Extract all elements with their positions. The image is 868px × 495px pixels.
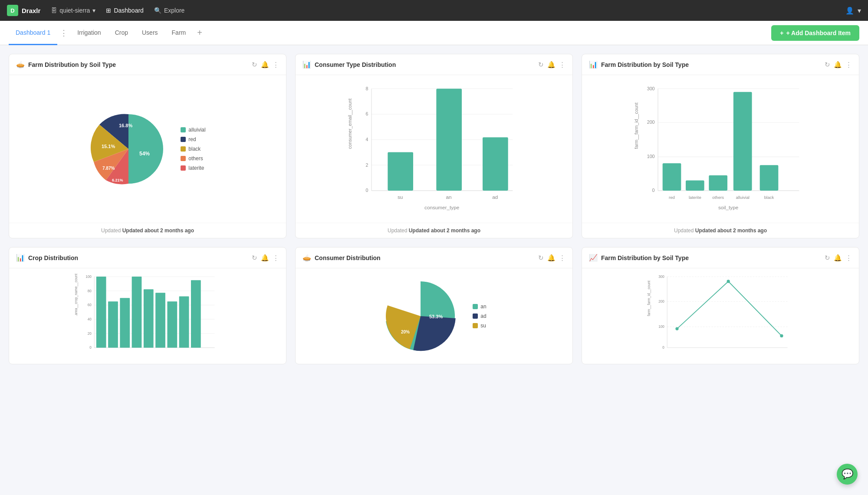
svg-text:0: 0 — [89, 346, 92, 350]
search-icon: 🔍 — [154, 7, 161, 14]
pie-chart-1: 54% 16.8% 15.1% 7.87% 6.21% alluivial re… — [16, 82, 279, 216]
svg-rect-34 — [686, 181, 704, 191]
bell-icon[interactable]: 🔔 — [261, 61, 269, 69]
widget-body-5: 53.3% 26.7% 20% an ad su — [296, 268, 572, 364]
bar-chart-icon-4: 📊 — [16, 254, 25, 262]
widget-footer-1: Updated Updated about 2 months ago — [9, 223, 286, 238]
bar-chart-svg-4: .area__crop_name__count 0 20 40 60 80 10… — [16, 273, 279, 360]
widget-body-2: consumer_email__count 0 2 4 6 8 — [296, 75, 572, 223]
tab-add-button[interactable]: + — [193, 28, 207, 38]
svg-text:alluivial: alluivial — [736, 195, 749, 200]
legend-laterite: laterite — [181, 165, 205, 171]
svg-rect-61 — [120, 298, 130, 348]
svg-text:300: 300 — [647, 86, 655, 91]
svg-text:100: 100 — [85, 275, 92, 279]
svg-text:20: 20 — [88, 332, 92, 336]
svg-rect-67 — [191, 280, 201, 347]
refresh-icon-3[interactable]: ↻ — [825, 61, 830, 69]
tab-dashboard1[interactable]: Dashboard 1 — [9, 21, 57, 45]
svg-rect-37 — [760, 165, 779, 191]
widget-body-3: farm__farm_id__count 0 100 200 300 — [582, 75, 859, 223]
pie-chart-5: 53.3% 26.7% 20% an ad su — [302, 275, 566, 357]
svg-text:200: 200 — [647, 119, 655, 125]
bell-icon-4[interactable]: 🔔 — [261, 254, 269, 262]
svg-text:0: 0 — [662, 346, 664, 350]
bell-icon-3[interactable]: 🔔 — [834, 61, 842, 69]
svg-text:2: 2 — [366, 162, 368, 168]
more-options-icon-4[interactable]: ⋮ — [273, 254, 279, 262]
svg-point-82 — [727, 280, 730, 283]
svg-text:laterite: laterite — [689, 195, 701, 200]
legend-an: an — [473, 304, 486, 310]
line-chart-icon-6: 📈 — [589, 254, 598, 262]
tab-irrigation[interactable]: Irrigation — [70, 21, 108, 45]
bar-su — [388, 152, 413, 191]
svg-rect-59 — [96, 277, 106, 348]
bar-chart-svg-2: consumer_email__count 0 2 4 6 8 — [302, 79, 566, 218]
refresh-icon-5[interactable]: ↻ — [538, 254, 544, 262]
legend-others: others — [181, 155, 205, 162]
widget-body-1: 54% 16.8% 15.1% 7.87% 6.21% alluivial re… — [9, 75, 286, 223]
more-options-icon[interactable]: ⋮ — [273, 61, 279, 69]
nav-explore[interactable]: 🔍 Explore — [154, 7, 184, 14]
svg-text:200: 200 — [658, 300, 664, 304]
bell-icon-6[interactable]: 🔔 — [834, 254, 842, 262]
svg-text:consumer_type: consumer_type — [424, 205, 459, 210]
pie-svg-5: 53.3% 26.7% 20% — [381, 277, 460, 355]
widget-crop-distribution: 📊 Crop Distribution ↻ 🔔 ⋮ .area__crop_na… — [9, 247, 286, 364]
refresh-icon-6[interactable]: ↻ — [825, 254, 830, 262]
logo-icon: D — [7, 5, 18, 16]
svg-rect-60 — [108, 301, 118, 347]
tab-crop[interactable]: Crop — [108, 21, 135, 45]
refresh-icon[interactable]: ↻ — [252, 61, 257, 69]
svg-text:farm__farm_id__count: farm__farm_id__count — [647, 280, 651, 316]
widget-farm-soil-bar: 📊 Farm Distribution by Soil Type ↻ 🔔 ⋮ f… — [582, 54, 859, 238]
svg-text:100: 100 — [658, 325, 664, 329]
more-options-icon-3[interactable]: ⋮ — [845, 61, 852, 69]
widget-actions-3: ↻ 🔔 ⋮ — [825, 61, 852, 69]
pie-svg-1: 54% 16.8% 15.1% 7.87% 6.21% — [89, 110, 168, 188]
svg-rect-36 — [733, 92, 752, 191]
widget-header-1: 🥧 Farm Distribution by Soil Type ↻ 🔔 ⋮ — [9, 54, 286, 75]
plus-icon: + — [780, 30, 783, 36]
bar-chart-icon-3: 📊 — [589, 60, 598, 69]
widget-header-5: 🥧 Consumer Distribution ↻ 🔔 ⋮ — [296, 248, 572, 268]
svg-text:0: 0 — [652, 188, 655, 193]
svg-text:54%: 54% — [139, 151, 150, 157]
svg-text:8: 8 — [366, 86, 368, 91]
widget-actions-6: ↻ 🔔 ⋮ — [825, 254, 852, 262]
refresh-icon-2[interactable]: ↻ — [538, 61, 544, 69]
refresh-icon-4[interactable]: ↻ — [252, 254, 257, 262]
svg-text:6.21%: 6.21% — [112, 178, 123, 182]
svg-text:ad: ad — [492, 194, 498, 200]
tab-users[interactable]: Users — [135, 21, 165, 45]
app-name: Draxlr — [22, 7, 40, 14]
svg-rect-33 — [663, 163, 681, 191]
line-chart-svg-6: farm__farm_id__count 0 100 200 300 — [589, 273, 852, 360]
svg-text:4: 4 — [366, 137, 368, 142]
nav-dashboard[interactable]: ⊞ Dashboard — [106, 7, 144, 14]
svg-text:53.3%: 53.3% — [429, 314, 443, 319]
user-menu[interactable]: 👤 ▾ — [845, 7, 861, 15]
tab-farm[interactable]: Farm — [165, 21, 193, 45]
widget-body-4: .area__crop_name__count 0 20 40 60 80 10… — [9, 268, 286, 364]
more-options-icon-6[interactable]: ⋮ — [845, 254, 852, 262]
more-options-icon-2[interactable]: ⋮ — [559, 61, 566, 69]
svg-text:soil_type: soil_type — [718, 205, 738, 210]
user-icon: 👤 — [845, 7, 854, 15]
tab-more-options[interactable]: ⋮ — [57, 28, 70, 38]
chevron-down-icon: ▾ — [92, 7, 95, 14]
svg-text:red: red — [669, 195, 675, 200]
top-navigation: D Draxlr 🗄 quiet-sierra ▾ ⊞ Dashboard 🔍 … — [0, 0, 868, 21]
bell-icon-5[interactable]: 🔔 — [547, 254, 556, 262]
app-logo[interactable]: D Draxlr — [7, 5, 40, 16]
nav-database[interactable]: 🗄 quiet-sierra ▾ — [51, 7, 95, 14]
bell-icon-2[interactable]: 🔔 — [547, 61, 556, 69]
widget-header-4: 📊 Crop Distribution ↻ 🔔 ⋮ — [9, 248, 286, 268]
pie-legend-1: alluivial red black others — [181, 127, 205, 171]
grid-icon: ⊞ — [106, 7, 111, 14]
widget-body-6: farm__farm_id__count 0 100 200 300 — [582, 268, 859, 364]
svg-text:26.7%: 26.7% — [405, 305, 419, 310]
add-dashboard-item-button[interactable]: + + Add Dashboard Item — [771, 25, 859, 41]
more-options-icon-5[interactable]: ⋮ — [559, 254, 566, 262]
